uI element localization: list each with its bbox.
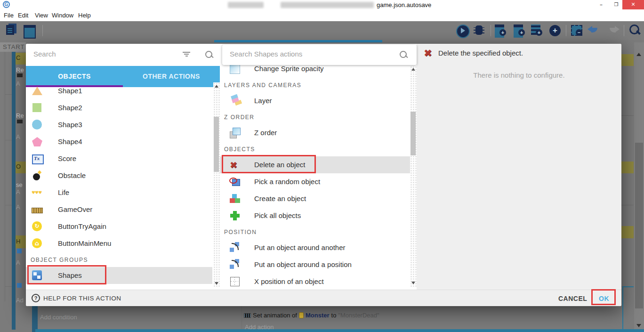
search-icon[interactable] [399, 50, 408, 59]
action-list-item[interactable]: Pick all objects [220, 207, 410, 224]
action-search-input[interactable] [230, 50, 371, 58]
undo-icon[interactable] [588, 24, 601, 38]
object-list-item[interactable]: Shape4 [26, 133, 212, 150]
event-action-row[interactable]: Set animation of Monster to "MonsterDead… [244, 312, 379, 319]
play-icon[interactable] [456, 24, 469, 38]
object-list-item[interactable]: Obstacle [26, 167, 212, 184]
restore-button[interactable]: ❐ [609, 0, 623, 9]
add-external-events-icon[interactable] [531, 24, 544, 38]
event-text-fragment: Re [16, 66, 24, 73]
object-list-item[interactable]: Shape2 [26, 99, 212, 116]
menu-edit[interactable]: Edit [18, 12, 28, 19]
event-indent-bar [32, 306, 38, 332]
object-list-item[interactable]: GameOver [26, 201, 212, 218]
delete-action-icon [424, 47, 435, 58]
action-list-item[interactable]: Z order [220, 124, 410, 141]
action-list-item[interactable]: X position of an object [220, 273, 410, 290]
folder-icon [17, 120, 23, 123]
action-list-item[interactable]: Pick a random object [220, 173, 410, 190]
action-label: Pick all objects [254, 211, 301, 219]
highlighted-event-row [621, 54, 634, 66]
scrollbar-thumb[interactable] [214, 117, 219, 172]
add-scene-icon[interactable] [494, 24, 507, 38]
gdevelop-window: G game.json.autosave – ❐ ✕ File Edit Vie… [0, 0, 644, 332]
object-label: Shape4 [58, 138, 82, 146]
scene-editor-icon[interactable] [23, 24, 36, 38]
menu-help[interactable]: Help [78, 12, 91, 19]
highlighted-event-row [621, 226, 634, 238]
folder-icon [17, 73, 23, 77]
object-search-bar [26, 44, 220, 66]
object-list-item[interactable]: Shape3 [26, 116, 212, 133]
action-list-item[interactable]: Delete an object [220, 156, 410, 173]
object-label: Shapes [58, 271, 82, 279]
redo-icon[interactable] [606, 24, 620, 38]
scroll-down-icon[interactable] [215, 282, 218, 285]
group-icon [32, 270, 43, 281]
x-position-icon [229, 276, 241, 287]
object-list-item[interactable]: ButtonMainMenu [26, 235, 212, 252]
object-list-item[interactable]: Shape1 [26, 82, 212, 99]
action-list-item[interactable]: Layer [220, 92, 410, 109]
action-list-item[interactable]: Put an object around a position [220, 256, 410, 273]
action-list-scrollbar[interactable] [410, 66, 417, 287]
remove-frame-icon[interactable] [571, 24, 584, 38]
action-label: Pick a random object [254, 178, 320, 186]
menu-window[interactable]: Window [52, 12, 73, 19]
action-config-panel: Delete the specified object. There is no… [417, 44, 621, 290]
cancel-button[interactable]: CANCEL [558, 295, 587, 302]
scroll-up-icon[interactable] [411, 68, 415, 71]
object-search-input[interactable] [33, 50, 175, 58]
add-external-layout-icon[interactable] [513, 24, 526, 38]
object-list-item[interactable]: Life [26, 184, 212, 201]
action-value: "MonsterDead" [338, 312, 379, 319]
events-scrollbar-thumb[interactable] [635, 143, 643, 308]
filter-icon[interactable] [183, 52, 190, 57]
action-search-bar [222, 45, 417, 65]
project-manager-icon[interactable] [5, 24, 18, 38]
object-list-item[interactable]: ButtonTryAgain [26, 218, 212, 235]
question-mark-icon: ? [32, 294, 40, 302]
object-list-scrollbar[interactable] [213, 82, 220, 287]
active-tab-highlight [214, 40, 382, 42]
redacted-path-1 [228, 2, 264, 8]
nothing-to-configure-text: There is nothing to configure. [417, 71, 621, 79]
action-list-item[interactable]: Put an object around another [220, 239, 410, 256]
add-action-link[interactable]: Add action [245, 324, 274, 331]
action-list: Change Sprite opacityLAYERS AND CAMERASL… [220, 44, 410, 290]
add-resource-icon[interactable] [548, 24, 562, 38]
event-text-fragment: A [16, 80, 20, 87]
action-label: Delete an object [254, 161, 305, 169]
action-label: X position of an object [254, 277, 324, 285]
action-label: Create an object [254, 194, 306, 202]
menu-file[interactable]: File [4, 12, 14, 19]
help-link[interactable]: ? HELP FOR THIS ACTION [32, 294, 121, 302]
scroll-up-icon[interactable] [636, 53, 641, 56]
object-list-item[interactable]: Score [26, 150, 212, 167]
help-label: HELP FOR THIS ACTION [43, 295, 121, 302]
add-condition-link[interactable]: Add condition [40, 314, 77, 321]
scroll-down-icon[interactable] [411, 282, 415, 284]
event-tree-line [5, 205, 12, 205]
selected-event-border-bottom [35, 329, 644, 332]
scroll-up-icon[interactable] [215, 85, 218, 88]
debug-icon[interactable] [473, 24, 486, 38]
event-tree-line [5, 286, 12, 287]
action-label: Put an object around a position [254, 260, 352, 268]
minimize-button[interactable]: – [594, 0, 608, 9]
menu-view[interactable]: View [35, 12, 48, 19]
search-icon[interactable] [628, 24, 642, 38]
search-icon[interactable] [205, 50, 213, 59]
toolbar-separator [624, 25, 624, 36]
action-text-prefix: Set animation of [253, 312, 297, 319]
ok-button[interactable]: OK [599, 295, 609, 302]
scrollbar-thumb[interactable] [411, 112, 416, 155]
scroll-down-icon[interactable] [636, 324, 641, 327]
scene-tab-start[interactable]: START [0, 42, 26, 52]
pick-all-icon [229, 210, 241, 221]
close-button[interactable]: ✕ [622, 0, 644, 9]
action-label: Z order [254, 129, 277, 137]
action-label: Put an object around another [254, 243, 345, 251]
action-list-item[interactable]: Create an object [220, 190, 410, 207]
group-list-item[interactable]: Shapes [26, 267, 212, 284]
